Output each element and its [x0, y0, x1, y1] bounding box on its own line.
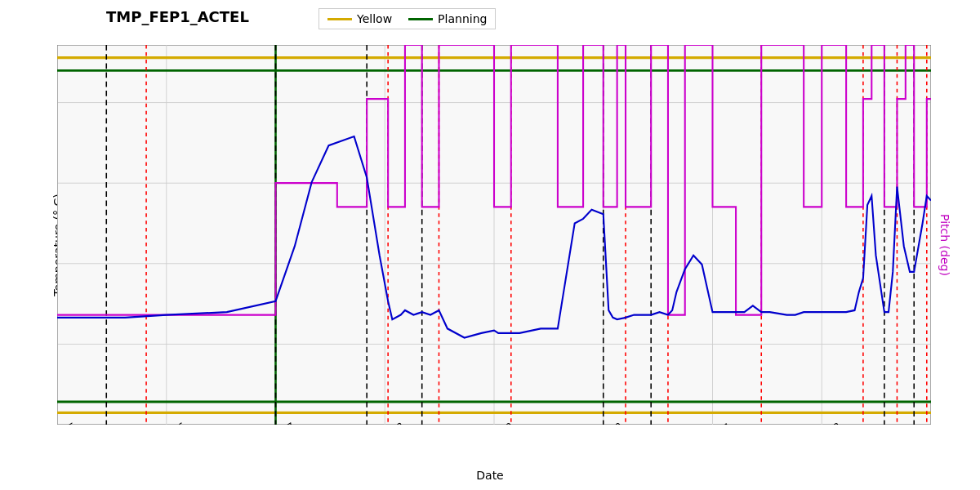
- x-axis-label: Date: [476, 469, 503, 482]
- y-axis-right-label: Pitch (deg): [938, 214, 951, 276]
- legend-planning: Planning: [408, 12, 487, 25]
- plot-area: 0 10 20 30 40 40 60 80 100 120 140 160 1…: [57, 45, 931, 425]
- planning-legend-line: [408, 18, 433, 20]
- planning-legend-label: Planning: [438, 12, 487, 25]
- yellow-legend-line: [327, 18, 352, 20]
- yellow-legend-label: Yellow: [357, 12, 392, 25]
- chart-container: TMP_FEP1_ACTEL Yellow Planning Temperatu…: [0, 0, 980, 490]
- chart-title: TMP_FEP1_ACTEL: [106, 8, 249, 25]
- legend-yellow: Yellow: [327, 12, 392, 25]
- legend: Yellow Planning: [318, 8, 496, 29]
